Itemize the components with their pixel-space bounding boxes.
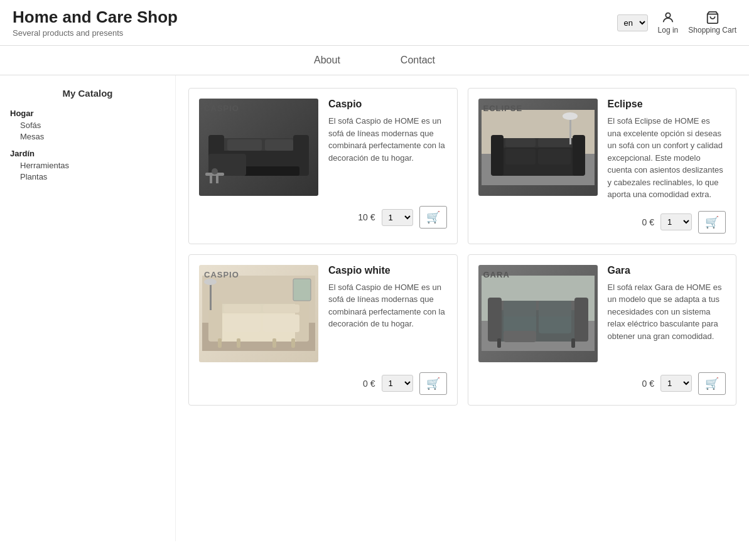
svg-rect-22 bbox=[505, 149, 536, 164]
svg-rect-24 bbox=[569, 116, 571, 144]
product-desc-eclipse: El sofá Eclipse de HOME es una excelente… bbox=[608, 115, 726, 201]
sidebar-section-jardin: Jardín Herramientas Plantas bbox=[10, 149, 165, 181]
cart-icon bbox=[706, 11, 719, 24]
sidebar-item-sofas[interactable]: Sofás bbox=[20, 121, 165, 130]
sidebar-category-hogar[interactable]: Hogar bbox=[10, 109, 165, 118]
product-desc-caspio: El sofá Caspio de HOME es un sofá de lín… bbox=[328, 115, 447, 164]
sidebar-item-plantas[interactable]: Plantas bbox=[20, 172, 165, 181]
product-price-eclipse: 0 € bbox=[642, 217, 654, 227]
add-to-cart-caspio[interactable]: 🛒 bbox=[419, 206, 447, 229]
product-name-caspio-white: Caspio white bbox=[328, 265, 447, 276]
brand: Home and Care Shop Several products and … bbox=[13, 8, 178, 38]
product-desc-gara: El sofá relax Gara de HOME es un modelo … bbox=[608, 281, 726, 343]
svg-rect-37 bbox=[237, 338, 240, 348]
quantity-select-caspio-white[interactable]: 12345 bbox=[382, 375, 413, 392]
svg-point-13 bbox=[212, 168, 218, 175]
product-info-eclipse: Eclipse El sofá Eclipse de HOME es una e… bbox=[608, 99, 726, 201]
login-button[interactable]: Log in bbox=[658, 11, 679, 35]
layout: My Catalog Hogar Sofás Mesas Jardín Herr… bbox=[0, 75, 749, 541]
caspio-sofa-svg bbox=[202, 110, 315, 185]
sidebar: My Catalog Hogar Sofás Mesas Jardín Herr… bbox=[0, 75, 176, 541]
product-image-gara: GARA bbox=[478, 265, 598, 362]
product-footer-caspio: 10 € 12345 🛒 bbox=[199, 206, 447, 229]
svg-rect-35 bbox=[263, 315, 299, 332]
product-image-caspio-white: CASPIO bbox=[199, 265, 318, 362]
product-top-gara: GARA bbox=[478, 265, 726, 362]
products-grid: CASPIO bbox=[188, 88, 736, 406]
main-nav: About Contact bbox=[0, 45, 749, 75]
product-price-caspio: 10 € bbox=[358, 212, 375, 222]
svg-rect-12 bbox=[216, 176, 218, 183]
cart-label: Shopping Cart bbox=[688, 26, 736, 35]
shopping-cart-button[interactable]: Shopping Cart bbox=[688, 11, 736, 35]
svg-rect-46 bbox=[488, 301, 588, 310]
svg-rect-33 bbox=[263, 304, 299, 313]
sidebar-section-hogar: Hogar Sofás Mesas bbox=[10, 109, 165, 141]
product-price-gara: 0 € bbox=[642, 379, 654, 389]
product-card-eclipse: ECLIPSE bbox=[468, 88, 737, 244]
product-name-caspio: Caspio bbox=[328, 99, 447, 110]
svg-rect-51 bbox=[504, 331, 536, 342]
nav-contact[interactable]: Contact bbox=[396, 52, 440, 68]
product-card-caspio-white: CASPIO bbox=[188, 254, 458, 406]
cart-icon-caspio: 🛒 bbox=[426, 210, 440, 224]
header-actions: en es Log in Shopping Cart bbox=[617, 11, 736, 35]
svg-rect-47 bbox=[488, 298, 502, 342]
svg-point-25 bbox=[563, 112, 578, 120]
quantity-select-gara[interactable]: 12345 bbox=[660, 375, 692, 392]
svg-rect-42 bbox=[293, 279, 311, 301]
svg-rect-8 bbox=[227, 139, 262, 151]
user-icon bbox=[661, 11, 675, 24]
svg-rect-36 bbox=[218, 338, 222, 348]
quantity-select-eclipse[interactable]: 12345 bbox=[660, 213, 692, 230]
product-footer-gara: 0 € 12345 🛒 bbox=[478, 372, 726, 395]
cart-icon-eclipse: 🛒 bbox=[705, 215, 719, 229]
product-top: CASPIO bbox=[199, 99, 447, 196]
header: Home and Care Shop Several products and … bbox=[0, 0, 749, 45]
cart-icon-gara: 🛒 bbox=[705, 377, 719, 390]
quantity-select-caspio[interactable]: 12345 bbox=[382, 209, 413, 226]
add-to-cart-gara[interactable]: 🛒 bbox=[698, 372, 726, 395]
product-price-caspio-white: 0 € bbox=[363, 379, 375, 389]
login-label: Log in bbox=[658, 26, 679, 35]
product-label-eclipse: ECLIPSE bbox=[483, 104, 523, 113]
svg-rect-55 bbox=[571, 338, 575, 348]
svg-rect-20 bbox=[505, 138, 536, 147]
site-title: Home and Care Shop bbox=[13, 8, 178, 27]
product-card-gara: GARA bbox=[468, 254, 737, 406]
eclipse-sofa-svg bbox=[482, 110, 595, 185]
svg-rect-49 bbox=[504, 315, 536, 333]
nav-about[interactable]: About bbox=[309, 52, 345, 68]
product-label-caspio-white: CASPIO bbox=[204, 270, 239, 279]
sidebar-item-mesas[interactable]: Mesas bbox=[20, 132, 165, 141]
product-image-caspio: CASPIO bbox=[199, 99, 318, 196]
product-label-gara: GARA bbox=[483, 270, 510, 279]
svg-point-0 bbox=[665, 13, 670, 18]
svg-rect-53 bbox=[539, 301, 571, 316]
product-footer-caspio-white: 0 € 12345 🛒 bbox=[199, 372, 447, 395]
product-info-caspio-white: Caspio white El sofá Caspio de HOME es u… bbox=[328, 265, 447, 362]
add-to-cart-eclipse[interactable]: 🛒 bbox=[698, 211, 726, 234]
svg-rect-32 bbox=[224, 304, 261, 313]
product-image-eclipse: ECLIPSE bbox=[478, 99, 598, 196]
svg-rect-23 bbox=[538, 149, 571, 164]
product-info-caspio: Caspio El sofá Caspio de HOME es un sofá… bbox=[328, 99, 447, 196]
svg-rect-34 bbox=[224, 315, 261, 332]
gara-sofa-svg bbox=[482, 276, 595, 351]
product-desc-caspio-white: El sofá Caspio de HOME es un sofá de lín… bbox=[328, 281, 447, 330]
svg-rect-21 bbox=[538, 138, 571, 147]
svg-rect-38 bbox=[272, 338, 276, 348]
sidebar-item-herramientas[interactable]: Herramientas bbox=[20, 161, 165, 170]
product-top-eclipse: ECLIPSE bbox=[478, 99, 726, 201]
language-selector[interactable]: en es bbox=[617, 14, 648, 31]
sidebar-title: My Catalog bbox=[10, 88, 165, 99]
sidebar-category-jardin[interactable]: Jardín bbox=[10, 149, 165, 158]
svg-rect-45 bbox=[488, 307, 588, 342]
svg-rect-39 bbox=[291, 338, 295, 348]
cart-icon-caspio-white: 🛒 bbox=[426, 377, 440, 390]
add-to-cart-caspio-white[interactable]: 🛒 bbox=[419, 372, 447, 395]
svg-rect-18 bbox=[491, 135, 504, 176]
product-name-eclipse: Eclipse bbox=[608, 99, 726, 110]
svg-rect-48 bbox=[574, 298, 588, 342]
product-info-gara: Gara El sofá relax Gara de HOME es un mo… bbox=[608, 265, 726, 362]
